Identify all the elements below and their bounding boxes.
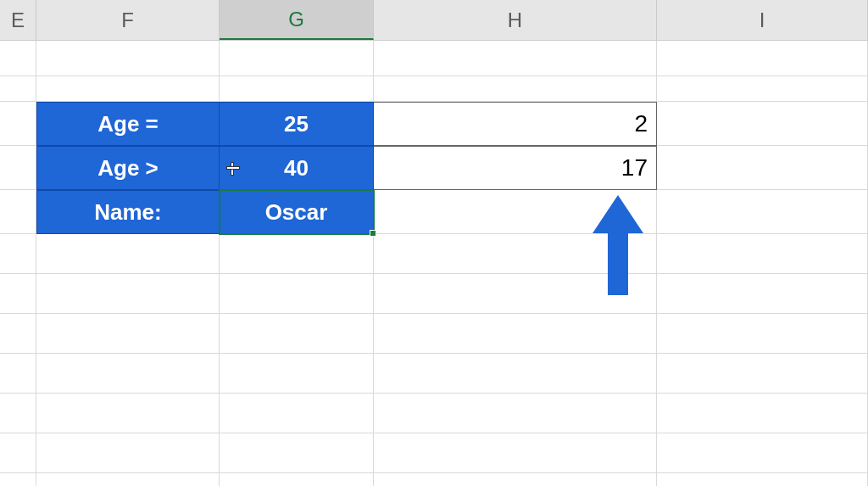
- cell-E3[interactable]: [0, 102, 36, 146]
- cell-I7[interactable]: [657, 274, 868, 314]
- cell-E12[interactable]: [0, 473, 36, 486]
- cell-I11[interactable]: [657, 433, 868, 473]
- cell-G9[interactable]: [220, 354, 374, 394]
- row-3: Age = 25 2: [0, 102, 868, 146]
- cell-H6[interactable]: [374, 234, 657, 274]
- cell-H8[interactable]: [374, 314, 657, 354]
- cell-F10[interactable]: [36, 394, 220, 433]
- row-2: [0, 76, 868, 102]
- cell-E5[interactable]: [0, 190, 36, 234]
- cell-F3[interactable]: Age =: [36, 102, 220, 146]
- column-header-H[interactable]: H: [374, 0, 657, 40]
- row-8: [0, 314, 868, 354]
- cell-H5[interactable]: [374, 190, 657, 234]
- cell-H11[interactable]: [374, 433, 657, 473]
- column-header-G[interactable]: G: [220, 0, 374, 40]
- cell-I3[interactable]: [657, 102, 868, 146]
- cell-G8[interactable]: [220, 314, 374, 354]
- cell-G5[interactable]: Oscar: [220, 190, 374, 234]
- cell-H1[interactable]: [374, 41, 657, 76]
- cell-H12[interactable]: [374, 473, 657, 486]
- plus-cursor-icon: [226, 162, 238, 174]
- cell-F11[interactable]: [36, 433, 220, 473]
- cell-I8[interactable]: [657, 314, 868, 354]
- cell-F4[interactable]: Age >: [36, 146, 220, 190]
- row-1: [0, 41, 868, 76]
- cell-F2[interactable]: [36, 76, 220, 102]
- cell-E1[interactable]: [0, 41, 36, 76]
- cell-G11[interactable]: [220, 433, 374, 473]
- cell-F8[interactable]: [36, 314, 220, 354]
- row-10: [0, 394, 868, 433]
- cell-E6[interactable]: [0, 234, 36, 274]
- row-11: [0, 433, 868, 473]
- cell-H10[interactable]: [374, 394, 657, 433]
- spreadsheet-viewport: E F G H I Age = 25 2: [0, 0, 868, 486]
- column-header-F[interactable]: F: [36, 0, 220, 40]
- cell-G12[interactable]: [220, 473, 374, 486]
- cell-I9[interactable]: [657, 354, 868, 394]
- cell-E2[interactable]: [0, 76, 36, 102]
- row-9: [0, 354, 868, 394]
- row-7: [0, 274, 868, 314]
- cell-G2[interactable]: [220, 76, 374, 102]
- cell-F7[interactable]: [36, 274, 220, 314]
- cell-E9[interactable]: [0, 354, 36, 394]
- cell-E10[interactable]: [0, 394, 36, 433]
- cell-H2[interactable]: [374, 76, 657, 102]
- cell-E7[interactable]: [0, 274, 36, 314]
- row-6: [0, 234, 868, 274]
- cell-G10[interactable]: [220, 394, 374, 433]
- cell-E8[interactable]: [0, 314, 36, 354]
- cell-E11[interactable]: [0, 433, 36, 473]
- cell-I12[interactable]: [657, 473, 868, 486]
- column-header-row: E F G H I: [0, 0, 868, 41]
- cell-I4[interactable]: [657, 146, 868, 190]
- cell-H9[interactable]: [374, 354, 657, 394]
- cell-G3[interactable]: 25: [220, 102, 374, 146]
- fill-handle[interactable]: [370, 230, 376, 237]
- row-12: [0, 473, 868, 486]
- cell-F9[interactable]: [36, 354, 220, 394]
- cell-I5[interactable]: [657, 190, 868, 234]
- cell-I10[interactable]: [657, 394, 868, 433]
- column-header-E[interactable]: E: [0, 0, 36, 40]
- cell-I2[interactable]: [657, 76, 868, 102]
- cell-I1[interactable]: [657, 41, 868, 76]
- cell-H3[interactable]: 2: [374, 102, 657, 146]
- cell-F1[interactable]: [36, 41, 220, 76]
- row-5: Name: Oscar: [0, 190, 868, 234]
- cell-H4[interactable]: 17: [374, 146, 657, 190]
- cell-I6[interactable]: [657, 234, 868, 274]
- cell-F12[interactable]: [36, 473, 220, 486]
- column-header-I[interactable]: I: [657, 0, 868, 40]
- cell-G4-value: 40: [284, 155, 309, 182]
- cell-G5-value: Oscar: [265, 199, 328, 226]
- cell-G7[interactable]: [220, 274, 374, 314]
- cell-G1[interactable]: [220, 41, 374, 76]
- cell-F5[interactable]: Name:: [36, 190, 220, 234]
- cell-E4[interactable]: [0, 146, 36, 190]
- cell-G4[interactable]: 40: [220, 146, 374, 190]
- row-4: Age > 40 17: [0, 146, 868, 190]
- grid-rows: Age = 25 2 Age > 40 17 Name: Oscar: [0, 41, 868, 486]
- cell-G6[interactable]: [220, 234, 374, 274]
- cell-F6[interactable]: [36, 234, 220, 274]
- cell-H7[interactable]: [374, 274, 657, 314]
